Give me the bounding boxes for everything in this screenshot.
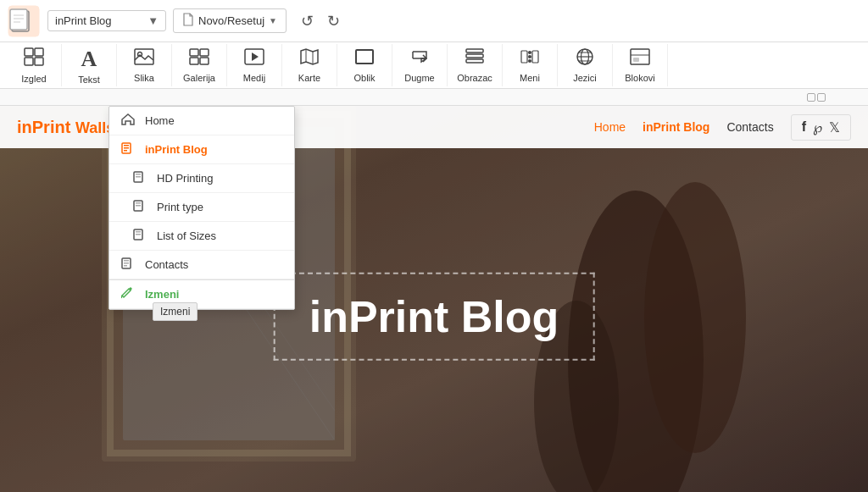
meni-icon [520, 48, 540, 70]
svg-rect-64 [124, 263, 129, 264]
tekst-label: Tekst [78, 75, 100, 85]
svg-rect-2 [10, 9, 27, 30]
svg-point-27 [528, 55, 531, 58]
svg-rect-15 [200, 58, 209, 64]
dropdown-contacts-label: Contacts [145, 258, 188, 271]
toolbar-item-karte[interactable]: Karte [282, 44, 337, 86]
obrazac-label: Obrazac [457, 73, 492, 83]
icon-toolbar: Izgled A Tekst Slika Galerija [0, 42, 868, 89]
meni-label: Meni [520, 73, 540, 83]
list-of-sizes-icon [133, 229, 150, 243]
main-area: inPrint Walls Home inPrint Blog Contacts… [0, 106, 868, 492]
blokovi-icon [630, 48, 650, 70]
medij-label: Medij [243, 73, 265, 83]
redo-button[interactable]: ↻ [323, 10, 344, 32]
toolbar-item-meni[interactable]: Meni [503, 44, 558, 86]
svg-point-28 [528, 59, 531, 63]
undo-button[interactable]: ↺ [297, 10, 318, 32]
dropdown-edit-button[interactable]: Izmeni [109, 279, 294, 309]
svg-rect-13 [200, 49, 209, 56]
dropdown-item-hd-printing[interactable]: HD Printing [109, 164, 294, 193]
inprint-blog-page-icon [121, 142, 138, 157]
edit-button-label: Izmeni [145, 288, 179, 301]
svg-rect-9 [35, 58, 43, 65]
dropdown-item-contacts[interactable]: Contacts [109, 251, 294, 279]
svg-rect-29 [521, 51, 527, 63]
preview-social-icons: f ℘ 𝕏 [791, 114, 851, 141]
ruler-device-mobile [817, 93, 826, 102]
file-button-label: Novo/Resetuj [198, 14, 264, 27]
toolbar-item-blokovi[interactable]: Blokovi [613, 44, 668, 86]
svg-rect-6 [25, 48, 33, 56]
pinterest-icon[interactable]: ℘ [813, 119, 822, 135]
svg-rect-61 [136, 234, 141, 235]
svg-rect-63 [124, 260, 129, 262]
history-buttons: ↺ ↻ [297, 10, 344, 32]
svg-rect-36 [631, 49, 649, 64]
page-selector-arrow: ▼ [147, 14, 159, 27]
facebook-icon[interactable]: f [802, 119, 806, 135]
home-icon [121, 113, 138, 128]
toolbar-item-dugme[interactable]: Dugme [392, 44, 448, 86]
svg-rect-58 [136, 205, 141, 207]
dropdown-item-print-type[interactable]: Print type [109, 193, 294, 222]
svg-rect-38 [633, 58, 639, 62]
nav-home[interactable]: Home [594, 120, 626, 134]
toolbar-item-oblik[interactable]: Oblik [337, 44, 392, 86]
hero-heading: inPrint Blog [309, 291, 559, 342]
medij-icon [244, 48, 264, 70]
toolbar-item-jezici[interactable]: Jezici [558, 44, 613, 86]
toolbar-item-izgled[interactable]: Izgled [7, 44, 62, 86]
dropdown-inprint-blog-label: inPrint Blog [145, 143, 208, 156]
tekst-icon: A [81, 47, 97, 72]
svg-rect-54 [136, 174, 141, 175]
page-dropdown-menu: Home inPrint Blog [108, 106, 295, 310]
obrazac-icon [465, 48, 485, 70]
nav-contacts[interactable]: Contacts [726, 120, 773, 134]
svg-marker-17 [252, 53, 259, 61]
galerija-label: Galerija [183, 73, 215, 83]
svg-rect-24 [466, 54, 483, 58]
page-selector[interactable]: inPrint Blog ▼ [47, 10, 166, 31]
page-selector-label: inPrint Blog [55, 14, 111, 27]
dropdown-list-of-sizes-label: List of Sizes [157, 229, 216, 242]
svg-rect-57 [136, 202, 141, 204]
svg-rect-7 [35, 48, 43, 56]
dugme-icon [409, 48, 430, 70]
twitter-icon[interactable]: 𝕏 [829, 119, 840, 135]
preview-nav: Home inPrint Blog Contacts [594, 120, 774, 134]
svg-point-26 [528, 51, 531, 54]
ruler-device-desktop [807, 93, 815, 102]
hero-heading-container: inPrint Blog [274, 273, 595, 361]
svg-rect-25 [466, 59, 483, 63]
toolbar-item-tekst[interactable]: A Tekst [62, 44, 117, 86]
main-toolbar: inPrint Blog ▼ Novo/Resetuj ▼ ↺ ↻ [0, 0, 868, 42]
file-button[interactable]: Novo/Resetuj ▼ [173, 8, 287, 33]
oblik-label: Oblik [353, 73, 375, 83]
karte-label: Karte [298, 73, 320, 83]
svg-rect-12 [190, 49, 198, 56]
preview-logo: inPrint Walls [17, 118, 114, 137]
file-arrow: ▼ [269, 16, 277, 25]
toolbar-item-slika[interactable]: Slika [117, 44, 172, 86]
svg-line-66 [121, 296, 122, 298]
dropdown-item-inprint-blog[interactable]: inPrint Blog [109, 135, 294, 164]
dropdown-hd-printing-label: HD Printing [157, 172, 213, 185]
svg-rect-8 [25, 58, 33, 65]
svg-rect-50 [124, 145, 129, 146]
dropdown-item-home[interactable]: Home [109, 107, 294, 135]
dugme-label: Dugme [404, 73, 434, 83]
app-logo [7, 4, 41, 38]
galerija-icon [189, 48, 209, 70]
ruler-device-icons [807, 93, 826, 102]
svg-rect-52 [124, 150, 127, 152]
svg-rect-65 [124, 265, 127, 267]
toolbar-item-obrazac[interactable]: Obrazac [448, 44, 503, 86]
toolbar-item-medij[interactable]: Medij [227, 44, 282, 86]
nav-inprint-blog[interactable]: inPrint Blog [643, 120, 709, 134]
toolbar-item-galerija[interactable]: Galerija [172, 44, 227, 86]
karte-icon [299, 48, 320, 70]
dropdown-home-label: Home [145, 114, 175, 127]
dropdown-item-list-of-sizes[interactable]: List of Sizes [109, 222, 294, 251]
izgled-icon [24, 47, 44, 71]
